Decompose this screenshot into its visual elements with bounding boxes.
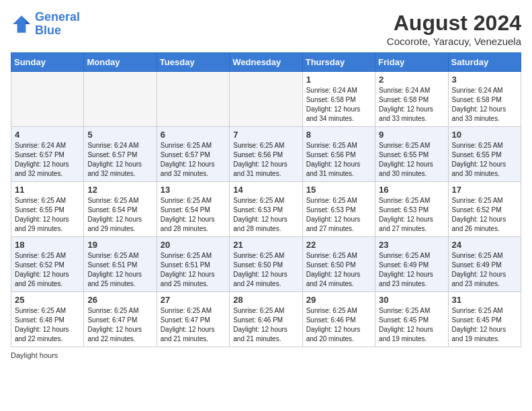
day-number: 8 xyxy=(306,130,371,140)
col-header-tuesday: Tuesday xyxy=(157,53,229,72)
col-header-thursday: Thursday xyxy=(302,53,375,72)
calendar-cell: 30Sunrise: 6:25 AM Sunset: 6:45 PM Dayli… xyxy=(375,292,448,347)
header: General Blue August 2024 Cocorote, Yarac… xyxy=(11,11,521,47)
day-info: Sunrise: 6:25 AM Sunset: 6:54 PM Dayligh… xyxy=(87,196,152,234)
day-info: Sunrise: 6:25 AM Sunset: 6:50 PM Dayligh… xyxy=(306,251,371,289)
day-number: 18 xyxy=(15,240,80,250)
calendar-week-4: 25Sunrise: 6:25 AM Sunset: 6:48 PM Dayli… xyxy=(11,292,521,347)
calendar-cell: 27Sunrise: 6:25 AM Sunset: 6:47 PM Dayli… xyxy=(157,292,229,347)
day-info: Sunrise: 6:25 AM Sunset: 6:55 PM Dayligh… xyxy=(379,141,444,179)
day-number: 10 xyxy=(452,130,517,140)
day-info: Sunrise: 6:25 AM Sunset: 6:45 PM Dayligh… xyxy=(452,306,517,344)
calendar-cell: 8Sunrise: 6:25 AM Sunset: 6:56 PM Daylig… xyxy=(302,127,375,182)
day-info: Sunrise: 6:25 AM Sunset: 6:56 PM Dayligh… xyxy=(306,141,371,179)
calendar-table: SundayMondayTuesdayWednesdayThursdayFrid… xyxy=(11,52,521,347)
calendar-week-1: 4Sunrise: 6:24 AM Sunset: 6:57 PM Daylig… xyxy=(11,127,521,182)
col-header-friday: Friday xyxy=(375,53,448,72)
day-number: 14 xyxy=(233,185,298,195)
day-number: 29 xyxy=(306,295,371,305)
day-info: Sunrise: 6:25 AM Sunset: 6:49 PM Dayligh… xyxy=(379,251,444,289)
footer-note: Daylight hours xyxy=(11,351,521,359)
day-info: Sunrise: 6:25 AM Sunset: 6:51 PM Dayligh… xyxy=(87,251,152,289)
calendar-week-2: 11Sunrise: 6:25 AM Sunset: 6:55 PM Dayli… xyxy=(11,182,521,237)
calendar-cell: 12Sunrise: 6:25 AM Sunset: 6:54 PM Dayli… xyxy=(84,182,157,237)
title-block: August 2024 Cocorote, Yaracuy, Venezuela xyxy=(387,11,521,47)
calendar-cell: 6Sunrise: 6:25 AM Sunset: 6:57 PM Daylig… xyxy=(157,127,229,182)
calendar-cell: 9Sunrise: 6:25 AM Sunset: 6:55 PM Daylig… xyxy=(375,127,448,182)
day-info: Sunrise: 6:25 AM Sunset: 6:50 PM Dayligh… xyxy=(233,251,298,289)
calendar-cell: 11Sunrise: 6:25 AM Sunset: 6:55 PM Dayli… xyxy=(11,182,84,237)
calendar-cell: 21Sunrise: 6:25 AM Sunset: 6:50 PM Dayli… xyxy=(230,237,302,292)
calendar-cell xyxy=(157,72,229,127)
subtitle: Cocorote, Yaracuy, Venezuela xyxy=(387,36,521,47)
day-number: 7 xyxy=(233,130,298,140)
day-number: 26 xyxy=(87,295,152,305)
day-info: Sunrise: 6:25 AM Sunset: 6:47 PM Dayligh… xyxy=(161,306,226,344)
day-number: 22 xyxy=(306,240,371,250)
calendar-cell: 24Sunrise: 6:25 AM Sunset: 6:49 PM Dayli… xyxy=(448,237,521,292)
calendar-cell: 16Sunrise: 6:25 AM Sunset: 6:53 PM Dayli… xyxy=(375,182,448,237)
day-info: Sunrise: 6:25 AM Sunset: 6:57 PM Dayligh… xyxy=(161,141,226,179)
calendar-cell: 14Sunrise: 6:25 AM Sunset: 6:53 PM Dayli… xyxy=(230,182,302,237)
day-number: 20 xyxy=(161,240,226,250)
day-info: Sunrise: 6:25 AM Sunset: 6:53 PM Dayligh… xyxy=(306,196,371,234)
logo: General Blue xyxy=(11,11,80,38)
logo-text: General Blue xyxy=(35,11,80,38)
calendar-cell: 15Sunrise: 6:25 AM Sunset: 6:53 PM Dayli… xyxy=(302,182,375,237)
day-number: 2 xyxy=(379,75,444,85)
day-info: Sunrise: 6:25 AM Sunset: 6:54 PM Dayligh… xyxy=(161,196,226,234)
calendar-cell: 26Sunrise: 6:25 AM Sunset: 6:47 PM Dayli… xyxy=(84,292,157,347)
day-info: Sunrise: 6:25 AM Sunset: 6:52 PM Dayligh… xyxy=(15,251,80,289)
day-number: 13 xyxy=(161,185,226,195)
day-number: 4 xyxy=(15,130,80,140)
calendar-cell: 1Sunrise: 6:24 AM Sunset: 6:58 PM Daylig… xyxy=(302,72,375,127)
day-number: 27 xyxy=(161,295,226,305)
day-number: 3 xyxy=(452,75,517,85)
logo-line2: Blue xyxy=(35,24,61,37)
day-info: Sunrise: 6:25 AM Sunset: 6:55 PM Dayligh… xyxy=(452,141,517,179)
calendar-cell: 22Sunrise: 6:25 AM Sunset: 6:50 PM Dayli… xyxy=(302,237,375,292)
calendar-cell: 19Sunrise: 6:25 AM Sunset: 6:51 PM Dayli… xyxy=(84,237,157,292)
col-header-saturday: Saturday xyxy=(448,53,521,72)
day-info: Sunrise: 6:25 AM Sunset: 6:52 PM Dayligh… xyxy=(452,196,517,234)
day-number: 5 xyxy=(87,130,152,140)
logo-icon xyxy=(11,13,32,35)
day-info: Sunrise: 6:25 AM Sunset: 6:55 PM Dayligh… xyxy=(15,196,80,234)
calendar-cell: 31Sunrise: 6:25 AM Sunset: 6:45 PM Dayli… xyxy=(448,292,521,347)
day-number: 16 xyxy=(379,185,444,195)
calendar-cell: 20Sunrise: 6:25 AM Sunset: 6:51 PM Dayli… xyxy=(157,237,229,292)
calendar-cell: 25Sunrise: 6:25 AM Sunset: 6:48 PM Dayli… xyxy=(11,292,84,347)
calendar-cell: 5Sunrise: 6:24 AM Sunset: 6:57 PM Daylig… xyxy=(84,127,157,182)
day-number: 19 xyxy=(87,240,152,250)
col-header-monday: Monday xyxy=(84,53,157,72)
calendar-cell: 4Sunrise: 6:24 AM Sunset: 6:57 PM Daylig… xyxy=(11,127,84,182)
day-number: 23 xyxy=(379,240,444,250)
calendar-cell: 17Sunrise: 6:25 AM Sunset: 6:52 PM Dayli… xyxy=(448,182,521,237)
day-number: 25 xyxy=(15,295,80,305)
logo-line1: General xyxy=(35,10,80,24)
calendar-cell xyxy=(11,72,84,127)
calendar-cell: 13Sunrise: 6:25 AM Sunset: 6:54 PM Dayli… xyxy=(157,182,229,237)
calendar-cell: 10Sunrise: 6:25 AM Sunset: 6:55 PM Dayli… xyxy=(448,127,521,182)
day-info: Sunrise: 6:24 AM Sunset: 6:58 PM Dayligh… xyxy=(306,86,371,124)
calendar-cell: 7Sunrise: 6:25 AM Sunset: 6:56 PM Daylig… xyxy=(230,127,302,182)
day-info: Sunrise: 6:25 AM Sunset: 6:49 PM Dayligh… xyxy=(452,251,517,289)
day-info: Sunrise: 6:25 AM Sunset: 6:46 PM Dayligh… xyxy=(233,306,298,344)
main-title: August 2024 xyxy=(387,11,521,36)
col-header-wednesday: Wednesday xyxy=(230,53,302,72)
day-info: Sunrise: 6:25 AM Sunset: 6:47 PM Dayligh… xyxy=(87,306,152,344)
day-info: Sunrise: 6:25 AM Sunset: 6:53 PM Dayligh… xyxy=(379,196,444,234)
day-info: Sunrise: 6:25 AM Sunset: 6:46 PM Dayligh… xyxy=(306,306,371,344)
calendar-week-0: 1Sunrise: 6:24 AM Sunset: 6:58 PM Daylig… xyxy=(11,72,521,127)
day-info: Sunrise: 6:24 AM Sunset: 6:57 PM Dayligh… xyxy=(15,141,80,179)
calendar-cell xyxy=(230,72,302,127)
day-number: 21 xyxy=(233,240,298,250)
page: General Blue August 2024 Cocorote, Yarac… xyxy=(0,0,532,367)
day-info: Sunrise: 6:25 AM Sunset: 6:53 PM Dayligh… xyxy=(233,196,298,234)
calendar-cell: 28Sunrise: 6:25 AM Sunset: 6:46 PM Dayli… xyxy=(230,292,302,347)
calendar-cell: 23Sunrise: 6:25 AM Sunset: 6:49 PM Dayli… xyxy=(375,237,448,292)
calendar-week-3: 18Sunrise: 6:25 AM Sunset: 6:52 PM Dayli… xyxy=(11,237,521,292)
day-number: 15 xyxy=(306,185,371,195)
day-info: Sunrise: 6:25 AM Sunset: 6:51 PM Dayligh… xyxy=(161,251,226,289)
day-number: 1 xyxy=(306,75,371,85)
